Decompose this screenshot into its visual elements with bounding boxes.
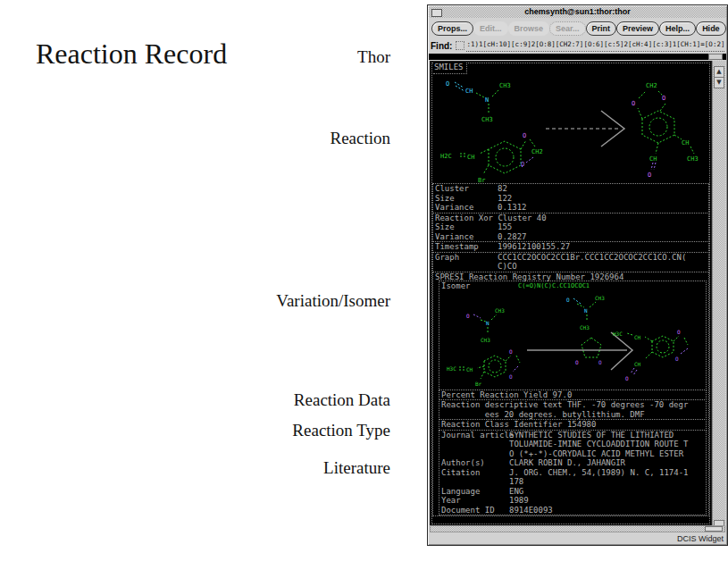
field-label: Cluster xyxy=(435,184,498,194)
find-selection-box[interactable] xyxy=(456,41,464,50)
svg-text:O: O xyxy=(509,373,513,380)
page-title: Reaction Record xyxy=(36,38,227,71)
find-row: Find: :1)1[cH:10][c:9]2[O:8][CH2:7][O:6]… xyxy=(431,39,724,52)
hide-button[interactable]: Hide xyxy=(696,21,726,36)
svg-text:CH: CH xyxy=(682,139,689,147)
description-field[interactable]: Reaction descriptive text THF. -70 degre… xyxy=(439,399,707,420)
isomer-smiles-preview: C(=O)N(C)C.CC1OCOC1 xyxy=(518,281,590,291)
svg-text:H3C: H3C xyxy=(613,331,623,337)
field-label: Timestamp xyxy=(435,242,498,252)
svg-text:O: O xyxy=(566,297,570,303)
svg-text:O: O xyxy=(662,95,665,102)
browse-button[interactable]: Browse xyxy=(508,21,550,36)
field-value: 1989 xyxy=(509,496,529,506)
svg-text:O: O xyxy=(509,348,513,355)
help-button[interactable]: Help... xyxy=(659,21,696,36)
preview-button[interactable]: Preview xyxy=(616,21,659,36)
svg-text:CH3: CH3 xyxy=(499,82,511,89)
svg-text:O: O xyxy=(675,356,679,362)
window-titlebar[interactable]: chemsynth@sun1:thor:thor xyxy=(429,6,726,18)
literature-field[interactable]: Journal articleSYNTHETIC STUDIES OF THE … xyxy=(439,430,707,516)
horizontal-scrollbar[interactable] xyxy=(430,525,725,532)
field-label: Language xyxy=(441,487,509,497)
field-label: Variance xyxy=(435,232,498,242)
find-label: Find: xyxy=(431,41,452,51)
svg-text:O: O xyxy=(575,359,579,365)
find-value: :1)1[cH:10][c:9]2[O:8][CH2:7][O:6][c:5]2… xyxy=(466,40,724,48)
field-stack: Cluster82 Size122 Variance0.1312 Reactio… xyxy=(432,184,709,516)
svg-text:H3C: H3C xyxy=(447,365,456,372)
window-menu-icon[interactable] xyxy=(431,9,442,17)
xor-cluster-field[interactable]: Reaction Xor Cluster 40 Size155 Variance… xyxy=(432,213,709,243)
field-label: Year xyxy=(441,496,509,506)
edit-button[interactable]: Edit... xyxy=(473,21,508,36)
svg-text:Br: Br xyxy=(478,177,485,182)
svg-text:CH: CH xyxy=(634,361,641,367)
field-value: 199612100155.27 xyxy=(498,242,570,252)
field-header: Reaction Xor Cluster 40 xyxy=(435,214,707,223)
field-value: 155 xyxy=(498,222,512,232)
svg-text:CH3: CH3 xyxy=(687,155,699,163)
horizontal-scroll-thumb[interactable] xyxy=(705,526,723,532)
scroll-down-icon[interactable]: ▼ xyxy=(714,77,724,88)
window-title: chemsynth@sun1:thor:thor xyxy=(521,6,633,18)
field-label: Graph xyxy=(435,253,498,263)
field-value: SYNTHETIC STUDIES OF THE LITHIATED TOLUA… xyxy=(509,431,688,459)
svg-text:CH: CH xyxy=(465,88,473,95)
print-button[interactable]: Print xyxy=(586,21,617,36)
svg-text:N: N xyxy=(584,307,588,314)
status-bar: DCIS Widget xyxy=(429,533,726,544)
svg-text:CH: CH xyxy=(466,366,473,373)
reaction-depiction: O CH N CH3 CH3 O CH2 O CH xyxy=(433,71,707,182)
svg-text:H2C: H2C xyxy=(440,153,452,160)
props-button[interactable]: Props... xyxy=(431,21,473,36)
field-label: Size xyxy=(435,194,498,204)
field-label: Document ID xyxy=(441,506,509,515)
svg-text:O: O xyxy=(446,80,449,88)
spresi-inner: Isomer C(=O)N(C)C.CC1OCOC1 O N xyxy=(439,281,707,515)
callout-literature: Literature xyxy=(323,458,390,478)
svg-text:CH2: CH2 xyxy=(531,148,543,155)
main-area: SMILES O CH N CH3 CH3 O CH2 xyxy=(430,61,725,526)
tdt-display-panel: SMILES O CH N CH3 CH3 O CH2 xyxy=(430,61,712,526)
svg-text:CH3: CH3 xyxy=(481,337,490,343)
callout-reaction-type: Reaction Type xyxy=(292,421,390,440)
graph-field[interactable]: GraphCCC1CC2OCOC2CC1Br.CCC1CC2OCOC2CC1CO… xyxy=(432,252,709,272)
field-label: Size xyxy=(435,222,498,232)
svg-text:CH: CH xyxy=(649,155,657,163)
svg-text:O: O xyxy=(598,359,602,365)
svg-text:CH2: CH2 xyxy=(646,82,657,89)
svg-text:O: O xyxy=(625,375,629,381)
widget-status-text: DCIS Widget xyxy=(677,534,724,543)
callout-reaction-data: Reaction Data xyxy=(294,390,390,410)
thor-window: chemsynth@sun1:thor:thor Props... Edit..… xyxy=(427,4,728,546)
field-value: 0.1312 xyxy=(498,203,527,213)
field-value: Reaction Class Identifier 154980 xyxy=(441,420,704,430)
svg-text:N: N xyxy=(486,320,490,326)
find-scroll-strip xyxy=(429,54,726,60)
field-value: 0.2827 xyxy=(498,232,527,242)
vertical-scrollbar[interactable]: ▲ ▼ xyxy=(712,61,725,526)
field-value: J. ORG. CHEM., 54,(1989) N. C, 1174-1 17… xyxy=(509,468,688,487)
callout-variation-isomer: Variation/Isomer xyxy=(276,291,390,311)
find-input[interactable]: :1)1[cH:10][c:9]2[O:8][CH2:7][O:6][c:5]2… xyxy=(466,39,724,52)
svg-text:CH3: CH3 xyxy=(495,307,505,314)
callout-reaction: Reaction xyxy=(330,129,390,148)
toolbar: Props... Edit... Browse Sear... Print Pr… xyxy=(430,20,725,38)
svg-text:CH: CH xyxy=(467,154,474,161)
field-value: CLARK ROBIN D., JAHANGIR xyxy=(509,458,625,468)
svg-text:CH3: CH3 xyxy=(595,295,605,301)
svg-text:CH: CH xyxy=(634,334,641,340)
find-scroll-thumb[interactable] xyxy=(708,54,723,60)
cluster-field[interactable]: Cluster82 Size122 Variance0.1312 xyxy=(432,183,709,214)
isomer-field[interactable]: Isomer C(=O)N(C)C.CC1OCOC1 O N xyxy=(439,281,707,390)
search-button[interactable]: Sear... xyxy=(549,21,586,36)
spresi-field[interactable]: SPRESI Reaction Registry Number 1926964 … xyxy=(432,272,709,517)
svg-text:CH3: CH3 xyxy=(580,324,590,331)
field-value: 82 xyxy=(498,184,507,194)
field-value: 8914E0093 xyxy=(509,506,553,515)
field-label: Citation xyxy=(441,468,509,478)
callout-thor: Thor xyxy=(357,47,390,67)
field-value: Percent Reaction Yield 97.0 xyxy=(441,390,704,400)
isomer-depiction: O N CH3 CH3 O O xyxy=(441,291,706,386)
